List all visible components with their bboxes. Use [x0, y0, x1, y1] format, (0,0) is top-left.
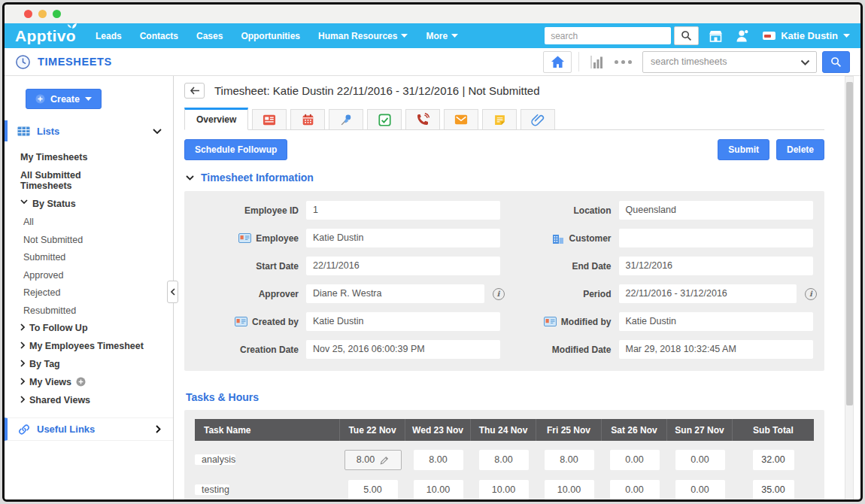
sidebar-item-by-status[interactable]: By Status: [20, 199, 173, 209]
sidebar-lists-header[interactable]: Lists: [5, 120, 173, 141]
hours-cell[interactable]: 10.00: [414, 480, 463, 500]
sidebar-item-my-employees-timesheet[interactable]: My Employees Timesheet: [20, 341, 173, 351]
apptivo-logo[interactable]: Apptivo: [15, 27, 76, 45]
info-icon[interactable]: i: [805, 288, 817, 300]
schedule-followup-button[interactable]: Schedule Followup: [184, 139, 287, 160]
contacts-agent-button[interactable]: [732, 26, 751, 46]
sidebar-item-all-submitted-timesheets[interactable]: All Submitted Timesheets: [20, 170, 173, 191]
back-button[interactable]: [184, 83, 205, 99]
delete-button[interactable]: Delete: [776, 139, 824, 160]
hours-cell[interactable]: 8.00: [545, 450, 594, 470]
sidebar-collapse-handle[interactable]: [167, 281, 178, 303]
hours-cell[interactable]: 10.00: [545, 480, 594, 500]
nav-opportunities[interactable]: Opportunities: [241, 31, 300, 41]
field-value[interactable]: Katie Dustin: [306, 229, 500, 247]
sidebar-item-shared-views[interactable]: Shared Views: [20, 395, 173, 405]
timesheets-search-button[interactable]: [822, 51, 850, 73]
nav-cases[interactable]: Cases: [196, 31, 223, 41]
info-icon[interactable]: i: [493, 288, 505, 300]
reports-button[interactable]: [586, 51, 609, 73]
close-window-button[interactable]: [24, 10, 32, 18]
app-store-button[interactable]: [706, 26, 725, 46]
sidebar-item-by-tag[interactable]: By Tag: [20, 359, 173, 369]
field-label: Period: [505, 289, 619, 299]
nav-more[interactable]: More: [426, 31, 458, 41]
field-value[interactable]: Mar 29, 2018 10:32:45 AM: [619, 340, 813, 359]
table-row-analysis: analysis 8.00 8.00 8.00 8.00 0.00 0.00 3…: [195, 449, 814, 471]
task-name-cell[interactable]: analysis: [195, 454, 235, 465]
home-button[interactable]: [543, 51, 572, 73]
maximize-window-button[interactable]: [53, 10, 61, 18]
tab-tasks[interactable]: [367, 109, 402, 129]
field-label: Location: [505, 205, 619, 216]
tab-documents[interactable]: [521, 109, 555, 129]
main-menu: Leads Contacts Cases Opportunities Human…: [96, 31, 458, 41]
hours-cell[interactable]: 5.00: [348, 480, 398, 500]
tabs: Overview: [184, 107, 824, 130]
sidebar-item-not-submitted[interactable]: Not Submitted: [20, 235, 173, 245]
sidebar-item-my-timesheets[interactable]: My Timesheets: [20, 152, 173, 162]
sidebar-item-my-views[interactable]: My Views: [20, 377, 173, 387]
task-name-cell[interactable]: testing: [195, 484, 229, 495]
hours-cell[interactable]: 0.00: [675, 450, 725, 470]
column-day: Thu 24 Nov: [471, 419, 536, 441]
tab-emails[interactable]: [444, 109, 478, 129]
create-button[interactable]: Create: [26, 89, 102, 109]
hours-cell[interactable]: 8.00: [414, 450, 463, 470]
tab-overview[interactable]: Overview: [184, 108, 248, 130]
main-vertical-scrollbar[interactable]: [845, 76, 854, 502]
hours-cell[interactable]: 0.00: [610, 480, 660, 500]
caret-down-icon: [85, 97, 92, 101]
timesheet-information-heading[interactable]: Timesheet Information: [184, 172, 824, 184]
field-location: Location Queensland: [505, 201, 818, 220]
field-value[interactable]: 31/12/2016: [619, 257, 813, 275]
add-view-icon[interactable]: [76, 377, 86, 387]
field-value[interactable]: 22/11/2016 - 31/12/2016: [619, 284, 797, 303]
nav-human-resources[interactable]: Human Resources: [318, 31, 408, 41]
sidebar-item-submitted[interactable]: Submitted: [20, 252, 173, 263]
hours-cell[interactable]: 0.00: [675, 480, 725, 500]
field-value[interactable]: [619, 229, 813, 247]
column-task-name: Task Name: [195, 419, 340, 441]
tab-calls[interactable]: [405, 109, 440, 129]
field-value[interactable]: Diane R. Westra: [306, 284, 484, 303]
field-value[interactable]: 22/11/2016: [306, 257, 500, 275]
field-value[interactable]: Queensland: [619, 201, 813, 220]
calendar-icon: [302, 114, 314, 126]
sidebar-item-rejected[interactable]: Rejected: [20, 287, 173, 298]
global-search-input[interactable]: [545, 27, 671, 44]
tab-followups[interactable]: [329, 109, 363, 129]
field-value[interactable]: Nov 25, 2016 06:00:39 PM: [306, 340, 500, 359]
hours-cell[interactable]: 0.00: [610, 450, 660, 470]
tab-calendar[interactable]: [290, 109, 325, 129]
chevron-down-icon[interactable]: [800, 59, 810, 65]
tab-newsfeed[interactable]: [252, 109, 287, 129]
nav-leads[interactable]: Leads: [96, 31, 122, 41]
global-search-button[interactable]: [674, 26, 699, 45]
sidebar-item-to-follow-up[interactable]: To Follow Up: [20, 323, 173, 333]
pencil-icon[interactable]: [380, 456, 389, 465]
nav-contacts[interactable]: Contacts: [140, 31, 178, 41]
arrow-left-icon: [190, 87, 200, 95]
field-value[interactable]: Katie Dustin: [619, 312, 813, 331]
field-label: Employee: [192, 233, 306, 244]
hours-cell[interactable]: 8.00: [479, 450, 529, 470]
column-day: Fri 25 Nov: [536, 419, 602, 441]
sidebar-useful-links[interactable]: Useful Links: [5, 417, 173, 441]
field-value[interactable]: 1: [306, 201, 500, 220]
sidebar-item-approved[interactable]: Approved: [20, 270, 173, 281]
user-menu[interactable]: Katie Dustin: [763, 30, 850, 41]
field-approver: Approver Diane R. Westra i: [192, 284, 505, 303]
sidebar-item-resubmitted[interactable]: Resubmitted: [20, 305, 173, 316]
tab-notes[interactable]: [482, 109, 517, 129]
app-window: Apptivo Leads Contacts Cases Opportuniti…: [2, 2, 863, 502]
more-options-button[interactable]: [615, 60, 632, 64]
field-value[interactable]: Katie Dustin: [306, 312, 500, 331]
hours-cell-editing[interactable]: 8.00: [344, 450, 402, 470]
minimize-window-button[interactable]: [38, 10, 47, 18]
submit-button[interactable]: Submit: [718, 139, 769, 160]
vertical-scroll-thumb[interactable]: [846, 82, 853, 405]
sidebar-item-all[interactable]: All: [20, 217, 173, 227]
hours-cell[interactable]: 10.00: [479, 480, 529, 500]
timesheets-search-input[interactable]: [642, 51, 817, 73]
